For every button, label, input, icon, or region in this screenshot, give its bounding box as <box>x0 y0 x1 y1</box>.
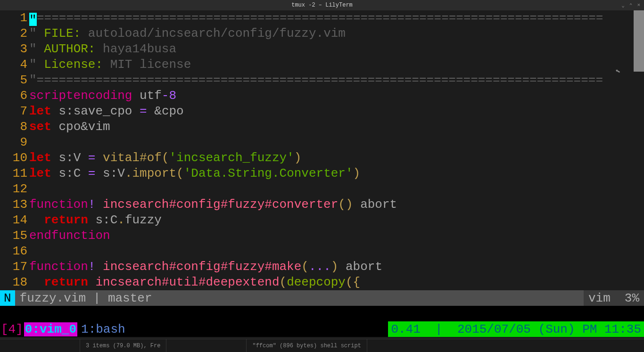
vim-editor[interactable]: 1 2 3 4 5 6 7 8 9 10 11 12 13 14 15 16 1… <box>0 10 644 290</box>
line-number: 6 <box>0 88 27 104</box>
code-line <box>29 181 644 197</box>
code-line: "=======================================… <box>29 73 644 88</box>
tmux-datetime: 2015/07/05 (Sun) PM 11:35 <box>457 322 641 336</box>
code-line: let s:C = s:V.import('Data.String.Conver… <box>29 166 644 181</box>
code-line: " License: MIT license <box>29 57 644 73</box>
code-line: let s:V = vital#of('incsearch_fuzzy') <box>29 150 644 166</box>
line-number: 3 <box>0 41 27 57</box>
line-number: 9 <box>0 135 27 150</box>
window-titlebar: tmux -2 – LilyTerm ⌄ ⌃ × <box>0 0 644 10</box>
status-file-info: fuzzy.vim | master <box>15 290 584 306</box>
line-number: 14 <box>0 213 27 228</box>
tmux-statusline: [4] 0:vim_0 1:bash 0.41 | 2015/07/05 (Su… <box>0 321 644 337</box>
code-line: " FILE: autoload/incsearch/config/fuzzy.… <box>29 26 644 41</box>
code-line: function! incsearch#config#fuzzy#make(..… <box>29 259 644 275</box>
code-line: scriptencoding utf-8 <box>29 88 644 104</box>
status-separator: | <box>93 291 101 305</box>
close-icon[interactable]: × <box>637 2 640 8</box>
tmux-load: 0.41 <box>391 322 420 336</box>
line-number: 13 <box>0 197 27 213</box>
line-number: 5 <box>0 73 27 88</box>
code-line <box>29 135 644 150</box>
line-number: 10 <box>0 150 27 166</box>
minimize-icon[interactable]: ⌄ <box>621 2 625 8</box>
status-percent: 3% <box>625 291 639 305</box>
maximize-icon[interactable]: ⌃ <box>629 2 633 8</box>
line-number: 1 <box>0 10 27 26</box>
terminal[interactable]: ⬉ 1 2 3 4 5 6 7 8 9 10 11 12 13 14 15 16… <box>0 10 644 339</box>
code-line: set cpo&vim <box>29 119 644 135</box>
code-line: return s:C.fuzzy <box>29 213 644 228</box>
line-number: 17 <box>0 259 27 275</box>
code-line: function! incsearch#config#fuzzy#convert… <box>29 197 644 213</box>
cursor: " <box>29 13 37 26</box>
line-number: 12 <box>0 181 27 197</box>
blank-row <box>0 306 644 321</box>
line-number: 18 <box>0 275 27 290</box>
line-number: 4 <box>0 57 27 73</box>
status-filename: fuzzy.vim <box>20 291 86 305</box>
code-line: " AUTHOR: haya14busa <box>29 41 644 57</box>
tmux-window-active[interactable]: 0:vim_0 <box>24 322 77 336</box>
line-number-gutter: 1 2 3 4 5 6 7 8 9 10 11 12 13 14 15 16 1… <box>0 10 29 290</box>
code-line: let s:save_cpo = &cpo <box>29 104 644 119</box>
code-area[interactable]: "=======================================… <box>29 10 644 290</box>
tmux-right-status: 0.41 | 2015/07/05 (Sun) PM 11:35 <box>388 321 644 337</box>
vim-mode-indicator: N <box>0 290 15 306</box>
line-number: 2 <box>0 26 27 41</box>
desktop-taskbar[interactable]: 3 items (79.0 MB), Fre "ffcom" (896 byte… <box>0 339 644 352</box>
vim-statusline: N fuzzy.vim | master vim 3% <box>0 290 644 306</box>
line-number: 7 <box>0 104 27 119</box>
taskbar-item[interactable]: 3 items (79.0 MB), Fre <box>80 339 166 352</box>
taskbar-spacer <box>166 339 247 352</box>
line-number: 16 <box>0 244 27 259</box>
line-number: 15 <box>0 228 27 244</box>
code-line: endfunction <box>29 228 644 244</box>
line-number: 8 <box>0 119 27 135</box>
status-branch: master <box>108 291 152 305</box>
tmux-session: [4] <box>0 322 24 336</box>
tmux-window[interactable]: 1:bash <box>77 322 129 336</box>
taskbar-spacer <box>0 339 80 352</box>
code-line: return incsearch#util#deepextend(deepcop… <box>29 275 644 290</box>
code-line: "=======================================… <box>29 10 644 26</box>
taskbar-item[interactable]: "ffcom" (896 bytes) shell script <box>247 339 367 352</box>
line-number: 11 <box>0 166 27 181</box>
window-title: tmux -2 – LilyTerm <box>291 2 353 8</box>
code-line <box>29 244 644 259</box>
status-filetype: vim <box>588 291 611 305</box>
